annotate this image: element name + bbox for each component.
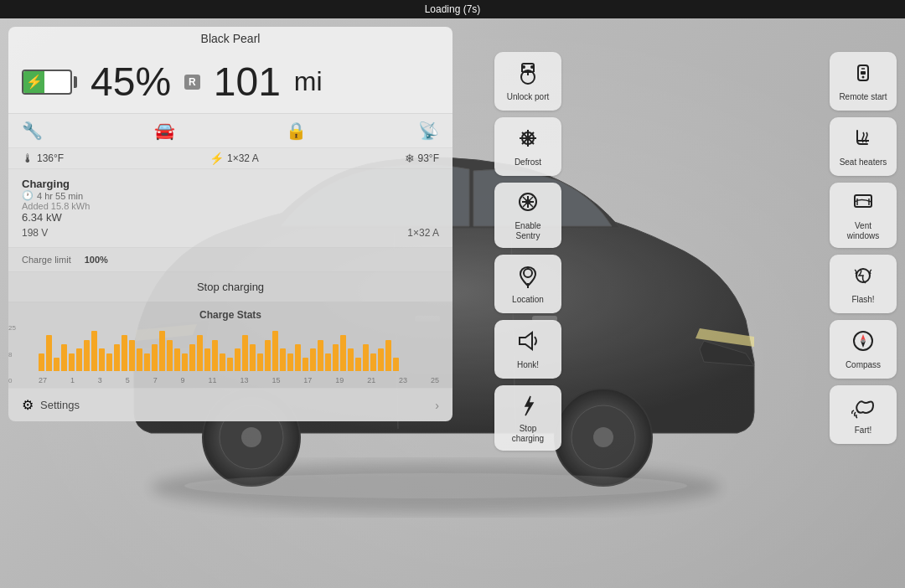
clock-icon: 🕐 [22,190,34,201]
seat-heaters-label: Seat heaters [840,157,887,168]
bolt-icon: ⚡ [26,74,43,90]
temps-row: 🌡 136°F ⚡ 1×32 A ❄ 93°F [8,147,452,168]
chart-bar [318,340,323,371]
chart-bar [212,340,218,371]
center-panel: Unlock portDefrostEnable SentryLocationH… [494,52,561,451]
chart-bar [287,353,293,371]
charging-amps: ⚡ 1×32 A [209,152,259,165]
charge-limit-container: Charge limit 100% [22,255,439,265]
chart-bar [355,358,361,371]
chart-bar [257,353,263,371]
remote-start-label: Remote start [839,92,887,102]
chart-bar [280,348,286,371]
remote-start-icon [851,60,876,89]
chart-bar [39,353,44,371]
chart-bar [242,335,248,371]
enable-sentry-button[interactable]: Enable Sentry [494,183,561,248]
car-name: Black Pearl [201,32,261,45]
charge-stats-title: Charge Stats [22,309,439,321]
exterior-temp-value: 93°F [418,152,439,164]
chart-bar [152,344,158,371]
chart-bar [295,344,301,371]
stop-charging-btn2-icon [515,392,540,420]
charge-limit-value: 100% [85,255,108,265]
unlock-port-button[interactable]: Unlock port [494,52,561,111]
defrost-icon [515,126,540,154]
fart-label: Fart! [855,426,872,436]
fart-icon [851,394,876,422]
svg-point-6 [593,427,613,447]
vent-windows-button[interactable]: Vent windows [830,183,897,248]
chart-bar [144,353,150,371]
chart-bar [333,344,339,371]
chart-y-25: 25 [8,324,16,332]
svg-point-3 [241,427,261,447]
compass-label: Compass [846,360,881,370]
remote-start-button[interactable]: Remote start [830,52,897,111]
fart-button[interactable]: Fart! [830,385,897,444]
flash-label: Flash! [851,295,874,305]
defrost-label: Defrost [515,157,541,168]
settings-left: ⚙ Settings [22,397,80,413]
settings-row[interactable]: ⚙ Settings › [8,388,452,421]
left-panel: Black Pearl ⚡ 45% R 101 mi 🔧 🚘 [8,27,452,421]
range-mode-badge: R [184,75,200,90]
charging-info-left: Charging 🕐 4 hr 55 min Added 15.8 kWh 6.… [22,178,90,224]
chart-bar [348,348,354,371]
charging-amps-footer: 1×32 A [407,227,439,239]
range-unit: mi [294,66,323,97]
honk-label: Honk! [517,360,539,370]
location-button[interactable]: Location [494,255,561,313]
honk-icon [515,328,540,357]
range-value: 101 [214,59,281,105]
chart-area [39,324,439,374]
chart-bar [204,348,210,371]
vent-windows-icon [851,189,876,218]
battery-tip [74,76,77,88]
chart-bar [250,344,256,371]
chart-bar [54,358,59,371]
chart-bar [91,331,97,371]
chart-bar [220,353,225,371]
stop-charging-button[interactable]: Stop charging [8,271,452,302]
charge-stats-section: Charge Stats 25 8 0 27 1 3 5 7 9 11 [8,302,452,388]
interior-temp-value: 136°F [37,152,64,164]
vent-windows-label: Vent windows [838,221,888,241]
wrench-icon: 🔧 [22,121,43,141]
stop-charging-btn2-button[interactable]: Stop charging [494,385,561,451]
chart-bar [227,358,233,371]
signal-icon: 📡 [418,121,439,141]
charging-title: Charging [22,178,90,190]
flash-icon [851,263,876,291]
defrost-button[interactable]: Defrost [494,117,561,176]
chart-labels: 27 1 3 5 7 9 11 13 15 17 19 21 23 25 [39,376,439,384]
chart-bar [303,358,308,371]
chart-y-0: 0 [8,377,16,384]
settings-label: Settings [40,399,80,411]
honk-button[interactable]: Honk! [494,320,561,379]
svg-rect-33 [861,71,866,75]
chart-bar [235,348,240,371]
seat-heaters-icon [851,126,876,154]
chart-bar [106,353,112,371]
charging-added: Added 15.8 kWh [22,201,90,211]
flash-button[interactable]: Flash! [830,255,897,313]
main-area: Black Pearl ⚡ 45% R 101 mi 🔧 🚘 [0,18,905,588]
snow-icon: ❄ [405,152,415,165]
stop-charging-btn2-label: Stop charging [503,424,553,444]
charging-footer: 198 V 1×32 A [22,227,439,239]
compass-button[interactable]: Compass [830,320,897,379]
chart-y-labels: 25 8 0 [8,324,16,384]
chart-bar [340,335,346,371]
battery-percentage: 45% [90,59,171,105]
chart-bar [129,340,135,371]
lock-icon: 🔒 [286,121,307,141]
status-icons-row: 🔧 🚘 🔒 📡 [8,113,452,147]
chart-bar [370,353,376,371]
location-icon [515,263,540,291]
amp-icon: ⚡ [209,152,224,165]
chart-bar [385,340,391,371]
chart-bar [84,340,90,371]
seat-heaters-button[interactable]: Seat heaters [830,117,897,176]
unlock-port-label: Unlock port [507,92,550,102]
